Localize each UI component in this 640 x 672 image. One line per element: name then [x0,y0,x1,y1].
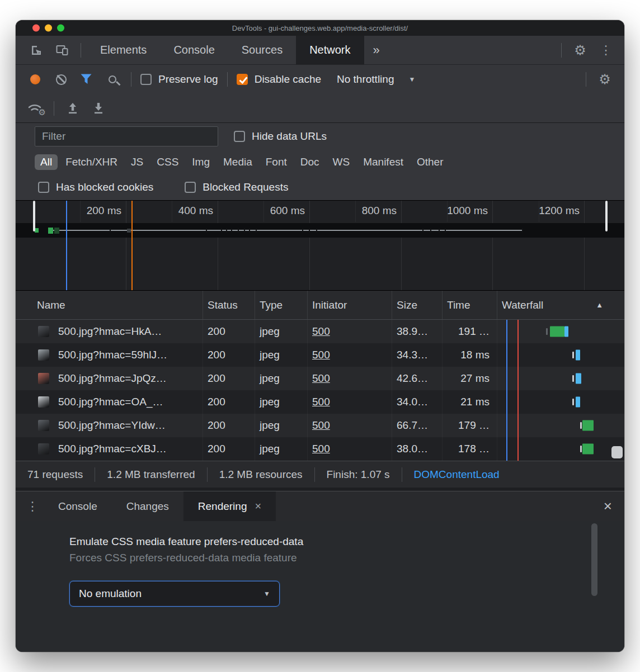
filter-input[interactable] [35,126,218,146]
waterfall-bar [572,375,574,382]
overview-left-handle[interactable] [33,201,35,231]
has-blocked-cookies-checkbox[interactable]: Has blocked cookies [38,181,153,193]
zoom-window-button[interactable] [57,25,64,32]
preserve-log-checkbox[interactable]: Preserve log [140,73,218,86]
request-type: jpeg [255,320,307,343]
table-row[interactable]: 500.jpg?hmac=HkA… 200 jpeg 500 38.9… 191… [16,320,624,343]
type-filter-font[interactable]: Font [260,154,293,170]
network-settings-gear-icon[interactable]: ⚙ [592,73,618,86]
more-tabs-icon[interactable]: » [364,36,389,64]
type-filter-media[interactable]: Media [218,154,258,170]
type-filter-css[interactable]: CSS [151,154,184,170]
throttling-select[interactable]: No throttling ▼ [337,73,415,86]
search-icon[interactable] [100,75,125,83]
import-har-icon[interactable] [60,102,86,115]
type-filter-js[interactable]: JS [125,154,149,170]
column-header-time[interactable]: Time [442,291,497,319]
disable-cache-checkbox[interactable]: Disable cache [237,73,321,86]
inspect-element-icon[interactable] [23,36,49,64]
drawer-kebab-menu-icon[interactable]: ⋮ [21,491,44,521]
waterfall-cell [497,414,624,437]
device-toolbar-icon[interactable] [49,36,75,64]
filter-funnel-icon[interactable] [74,73,100,86]
requests-count: 71 requests [16,468,95,481]
column-header-type[interactable]: Type [255,291,307,319]
tab-console[interactable]: Console [160,36,228,64]
type-filter-other[interactable]: Other [411,154,449,170]
initiator-link[interactable]: 500 [312,443,330,455]
initiator-link[interactable]: 500 [312,325,330,338]
drawer-tab-changes[interactable]: Changes [112,491,183,521]
clear-network-log-icon[interactable] [48,74,74,85]
timeline-overview[interactable]: 200 ms 400 ms 600 ms 800 ms 1000 ms 1200… [16,201,624,291]
column-header-initiator[interactable]: Initiator [307,291,392,319]
record-network-log-icon[interactable] [22,74,48,84]
main-tabbar: Elements Console Sources Network » ⚙ ⋮ [16,36,624,65]
filter-section: Hide data URLs All Fetch/XHR JS CSS Img … [16,123,624,201]
request-size: 34.0… [392,390,442,414]
kebab-menu-icon[interactable]: ⋮ [593,36,619,64]
tab-elements[interactable]: Elements [87,36,160,64]
magnifier-glass [109,75,116,83]
table-row[interactable]: 500.jpg?hmac=OA_… 200 jpeg 500 34.0… 21 … [16,390,624,414]
drawer-scrollbar-thumb[interactable] [591,523,597,596]
waterfall-bar [564,326,568,337]
initiator-link[interactable]: 500 [312,372,330,385]
waterfall-bar [576,373,581,384]
divider [586,72,586,87]
emulation-select[interactable]: No emulation ▼ [69,581,280,607]
waterfall-bar [580,422,582,429]
type-filter-ws[interactable]: WS [327,154,356,170]
sort-ascending-icon[interactable]: ▲ [596,301,603,309]
type-filter-doc[interactable]: Doc [295,154,325,170]
overview-tick-mark [226,228,227,233]
waterfall-cell [497,343,624,367]
dom-content-loaded-time: DOMContentLoad [402,468,624,481]
initiator-link[interactable]: 500 [312,396,330,408]
checkbox-box [234,131,245,142]
export-har-icon[interactable] [86,102,111,115]
request-name: 500.jpg?hmac=cXBJ… [58,443,167,455]
minimize-window-button[interactable] [45,25,52,32]
hide-data-urls-checkbox[interactable]: Hide data URLs [234,130,327,143]
type-filter-all[interactable]: All [35,154,58,170]
table-row[interactable]: 500.jpg?hmac=59hlJ… 200 jpeg 500 34.3… 1… [16,343,624,367]
request-size: 66.7… [392,414,442,437]
waterfall-bar [576,397,580,408]
request-size: 38.9… [392,320,442,343]
network-conditions-icon[interactable]: ⚙ [22,101,48,116]
table-row[interactable]: 500.jpg?hmac=YIdw… 200 jpeg 500 66.7… 17… [16,414,624,437]
request-time: 179 … [442,414,497,437]
table-scrollbar-thumb[interactable] [611,446,623,458]
close-drawer-icon[interactable]: × [604,498,612,515]
type-filter-manifest[interactable]: Manifest [357,154,409,170]
column-header-status[interactable]: Status [203,291,255,319]
drawer-tab-console[interactable]: Console [44,491,112,521]
overview-tick-mark [110,228,111,233]
overview-right-handle[interactable] [605,201,608,231]
settings-gear-icon[interactable]: ⚙ [567,36,593,64]
hide-data-urls-label: Hide data URLs [252,130,327,143]
table-row[interactable]: 500.jpg?hmac=JpQz… 200 jpeg 500 42.6… 27… [16,367,624,390]
blocked-requests-checkbox[interactable]: Blocked Requests [185,181,288,193]
time-tick-label: 1000 ms [415,205,488,217]
type-filter-img[interactable]: Img [186,154,215,170]
grid-line [492,201,493,290]
requests-table-header: Name Status Type Initiator Size Time Wat… [16,291,624,320]
column-header-size[interactable]: Size [392,291,442,319]
close-window-button[interactable] [32,25,40,32]
column-header-waterfall[interactable]: Waterfall ▲ [497,291,624,319]
table-row[interactable]: 500.jpg?hmac=cXBJ… 200 jpeg 500 38.0… 17… [16,437,624,461]
tab-sources[interactable]: Sources [228,36,296,64]
drawer-tab-rendering[interactable]: Rendering × [183,491,276,521]
tab-network[interactable]: Network [296,36,364,64]
chevron-down-icon: ▼ [408,75,415,83]
column-header-name[interactable]: Name [16,291,203,319]
type-filter-fetch-xhr[interactable]: Fetch/XHR [60,154,123,170]
tab-close-icon[interactable]: × [255,500,261,513]
overview-tick-mark [522,228,523,233]
initiator-link[interactable]: 500 [312,349,330,361]
initiator-link[interactable]: 500 [312,419,330,432]
divider [54,101,54,116]
emulation-select-value: No emulation [79,588,142,600]
